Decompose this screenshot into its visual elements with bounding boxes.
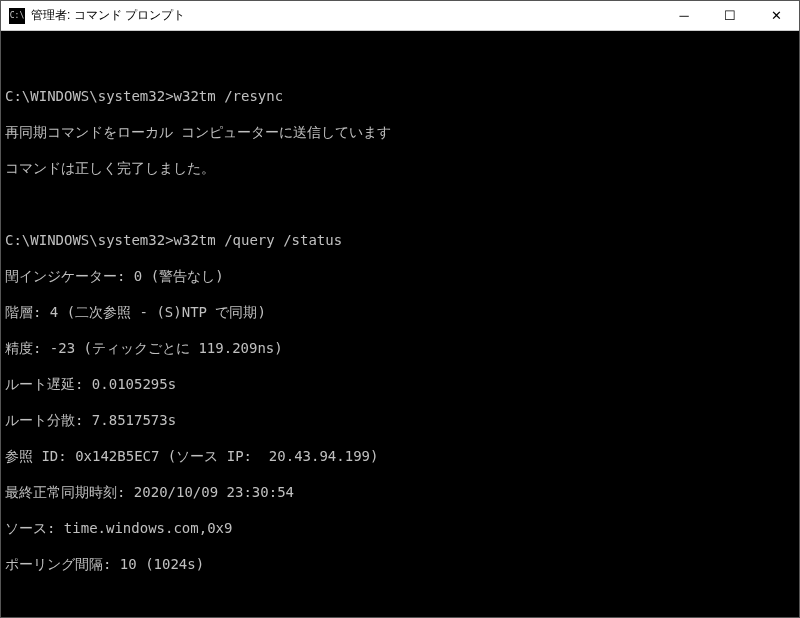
maximize-button[interactable]: ☐ [707,1,753,30]
blank-line [5,51,795,69]
window-controls: ─ ☐ ✕ [661,1,799,30]
command-text: w32tm /query /status [174,232,343,248]
output-line: ルート分散: 7.8517573s [5,411,795,429]
blank-line [5,591,795,609]
output-line: コマンドは正しく完了しました。 [5,159,795,177]
cmd-line: C:\WINDOWS\system32>w32tm /query /status [5,231,795,249]
output-line: ルート遅延: 0.0105295s [5,375,795,393]
output-line: ソース: time.windows.com,0x9 [5,519,795,537]
app-icon: C:\ [9,8,25,24]
prompt: C:\WINDOWS\system32> [5,88,174,104]
prompt: C:\WINDOWS\system32> [5,232,174,248]
output-line: 階層: 4 (二次参照 - (S)NTP で同期) [5,303,795,321]
window-titlebar: C:\ 管理者: コマンド プロンプト ─ ☐ ✕ [1,1,799,31]
output-line: 参照 ID: 0x142B5EC7 (ソース IP: 20.43.94.199) [5,447,795,465]
cmd-line: C:\WINDOWS\system32>w32tm /resync [5,87,795,105]
output-line: ポーリング間隔: 10 (1024s) [5,555,795,573]
close-button[interactable]: ✕ [753,1,799,30]
window-title: 管理者: コマンド プロンプト [31,7,661,24]
output-line: 精度: -23 (ティックごとに 119.209ns) [5,339,795,357]
output-line: 閏インジケーター: 0 (警告なし) [5,267,795,285]
terminal-output[interactable]: C:\WINDOWS\system32>w32tm /resync 再同期コマン… [1,31,799,618]
minimize-button[interactable]: ─ [661,1,707,30]
command-text: w32tm /resync [174,88,284,104]
output-line: 再同期コマンドをローカル コンピューターに送信しています [5,123,795,141]
output-line: 最終正常同期時刻: 2020/10/09 23:30:54 [5,483,795,501]
blank-line [5,195,795,213]
